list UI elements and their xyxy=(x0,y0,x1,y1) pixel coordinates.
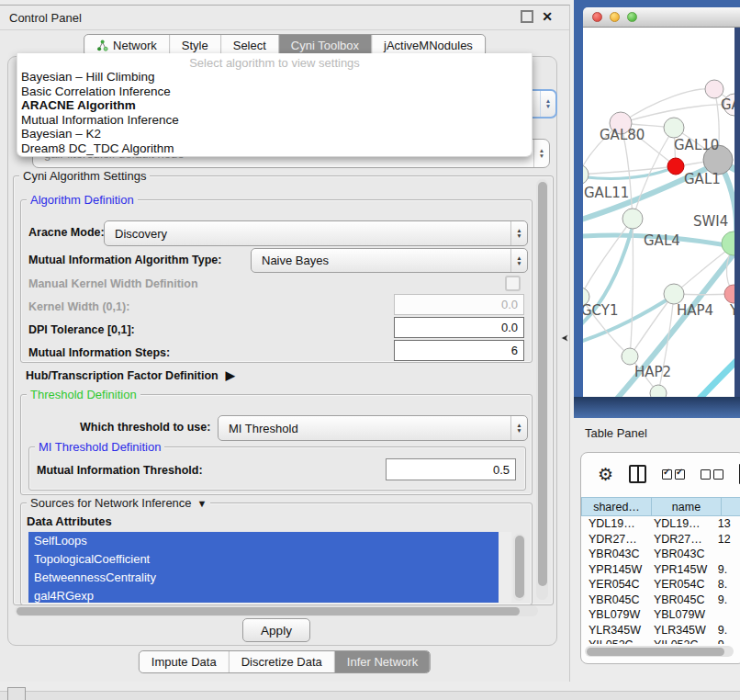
table-row[interactable]: YBR045CYBR045C9. xyxy=(581,593,740,608)
table-cell: YBR043C xyxy=(646,548,711,560)
minimize-window-icon[interactable] xyxy=(610,12,620,22)
settings-horizontal-scrollbar[interactable] xyxy=(15,605,538,616)
network-node-gal1[interactable] xyxy=(667,158,684,175)
mi-steps-value: 6 xyxy=(511,344,518,357)
table-body: YDL19…YDL19…13YDR27…YDR27…12YBR043CYBR04… xyxy=(581,516,740,644)
mi-steps-input[interactable]: 6 xyxy=(394,340,524,361)
table-cell: YLR345W xyxy=(581,624,646,637)
data-attributes-list[interactable]: SelfLoopsTopologicalCoefficientBetweenne… xyxy=(28,532,511,603)
mi-steps-label: Mutual Information Steps: xyxy=(28,346,170,359)
tab-discretize-data[interactable]: Discretize Data xyxy=(230,651,335,672)
hub-transcription-label: Hub/Transcription Factor Definition xyxy=(26,369,219,382)
algorithm-option-dream8-dc-tdc-algorithm[interactable]: Dream8 DC_TDC Algorithm xyxy=(17,141,532,156)
table-row[interactable]: YER054CYER054C8. xyxy=(581,577,740,593)
show-columns-icon[interactable] xyxy=(662,469,685,480)
which-threshold-combobox[interactable]: MI Threshold ▲▼ xyxy=(218,415,528,441)
scrollbar-thumb[interactable] xyxy=(17,607,520,615)
settings-vertical-scrollbar[interactable] xyxy=(536,179,548,600)
table-cell: 9. xyxy=(711,563,740,576)
combobox-stepper-icon: ▲▼ xyxy=(510,221,527,245)
table-row[interactable]: YPR145WYPR145W9. xyxy=(581,562,740,578)
control-panel-title: Control Panel xyxy=(0,11,82,25)
column-header-name[interactable]: name xyxy=(652,497,722,516)
control-panel-titlebar: Control Panel ✕ xyxy=(0,6,569,30)
network-node-y[interactable] xyxy=(724,285,734,303)
mi-algorithm-type-combobox[interactable]: Naive Bayes ▲▼ xyxy=(251,248,528,273)
table-row[interactable]: YIL052CYIL052C9 xyxy=(581,638,740,644)
apply-button[interactable]: Apply xyxy=(242,618,310,642)
mutual-information-threshold-input[interactable]: 0.5 xyxy=(386,458,516,480)
network-node-gal4[interactable] xyxy=(622,209,643,229)
network-node[interactable] xyxy=(650,385,667,397)
network-node-hap4[interactable] xyxy=(664,284,684,304)
network-view-canvas[interactable]: GALGAL80GAL10GAL1GAL11GAL4SWI4GCY1HAP4YH… xyxy=(583,28,734,397)
table-cell: YER054C xyxy=(581,578,646,591)
network-node-hap2[interactable] xyxy=(622,348,638,365)
manual-kernel-width-checkbox[interactable] xyxy=(505,276,521,291)
network-edge[interactable] xyxy=(583,219,633,297)
algorithm-dropdown-list: Bayesian – Hill ClimbingBasic Correlatio… xyxy=(17,70,532,156)
network-node-swi4[interactable] xyxy=(722,231,734,255)
scrollbar-thumb[interactable] xyxy=(515,536,524,598)
attribute-item-topologicalcoefficient[interactable]: TopologicalCoefficient xyxy=(28,550,499,569)
table-cell: YLR345W xyxy=(646,624,711,637)
column-header-col2[interactable] xyxy=(722,497,740,516)
table-cell: YBL079W xyxy=(646,608,711,621)
tab-impute-data[interactable]: Impute Data xyxy=(140,651,230,672)
close-window-icon[interactable] xyxy=(592,12,602,22)
attribute-item-gal4rgexp[interactable]: gal4RGexp xyxy=(28,587,499,603)
algorithm-option-bayesian-hill-climbing[interactable]: Bayesian – Hill Climbing xyxy=(17,70,532,85)
close-panel-icon[interactable]: ✕ xyxy=(542,10,553,23)
mi-algorithm-type-value: Naive Bayes xyxy=(252,249,510,272)
hide-columns-icon[interactable] xyxy=(701,469,723,480)
combobox-stepper-icon: ▲▼ xyxy=(510,416,527,440)
mouse-cursor xyxy=(560,333,571,344)
dpi-tolerance-input[interactable]: 0.0 xyxy=(394,317,524,338)
maximize-window-icon[interactable] xyxy=(627,12,637,22)
network-node[interactable] xyxy=(664,118,684,138)
scrollbar-thumb[interactable] xyxy=(538,182,547,586)
table-cell: YPR145W xyxy=(581,563,646,576)
algorithm-option-mutual-information-inference[interactable]: Mutual Information Inference xyxy=(17,113,532,128)
columns-icon[interactable] xyxy=(629,465,646,483)
table-row[interactable]: YBL079WYBL079W xyxy=(581,607,740,623)
table-panel-title: Table Panel xyxy=(585,426,647,440)
table-cell: YDL19… xyxy=(646,517,711,530)
table-row[interactable]: YDL19…YDL19…13 xyxy=(581,516,740,532)
attributes-list-scrollbar[interactable] xyxy=(513,534,525,601)
attribute-item-selfloops[interactable]: SelfLoops xyxy=(28,532,499,550)
collapse-arrow-icon[interactable]: ▼ xyxy=(197,498,207,509)
network-edge[interactable] xyxy=(611,250,734,397)
algorithm-option-aracne-algorithm[interactable]: ARACNE Algorithm xyxy=(17,98,532,113)
gear-icon[interactable]: ⚙ xyxy=(598,466,613,483)
scrollbar-thumb[interactable] xyxy=(587,648,724,656)
table-cell: YER054C xyxy=(646,578,711,591)
table-cell: 9 xyxy=(711,638,740,644)
float-window-icon[interactable] xyxy=(521,10,533,23)
network-node-gal11[interactable] xyxy=(583,164,589,185)
network-node-gal[interactable] xyxy=(705,80,723,98)
hub-transcription-section-toggle[interactable]: Hub/Transcription Factor Definition ▶ xyxy=(26,368,235,382)
table-row[interactable]: YLR345WYLR345W9. xyxy=(581,623,740,638)
column-header-shared-[interactable]: shared… xyxy=(581,497,652,516)
algorithm-option-basic-correlation-inference[interactable]: Basic Correlation Inference xyxy=(17,85,532,99)
table-horizontal-scrollbar[interactable] xyxy=(585,646,734,657)
network-window-titlebar[interactable] xyxy=(583,7,740,28)
network-edge[interactable] xyxy=(686,351,734,397)
aracne-mode-value: Discovery xyxy=(105,221,510,245)
tab-infer-network[interactable]: Infer Network xyxy=(335,651,430,672)
table-header-row: shared…name xyxy=(581,497,740,516)
node-label-gal4: GAL4 xyxy=(644,232,680,249)
kernel-width-input[interactable]: 0.0 xyxy=(394,294,524,315)
table-row[interactable]: YBR043CYBR043C xyxy=(581,547,740,562)
algorithm-option-bayesian-k2[interactable]: Bayesian – K2 xyxy=(17,127,532,141)
algorithm-definition-group: Algorithm Definition Aracne Mode: Discov… xyxy=(20,199,533,363)
aracne-mode-combobox[interactable]: Discovery ▲▼ xyxy=(104,220,528,246)
panel-grip-icon[interactable] xyxy=(7,687,26,700)
combobox-stepper-icon: ▲▼ xyxy=(540,91,555,117)
sources-title-text: Sources for Network Inference xyxy=(30,496,192,510)
tab-select-label: Select xyxy=(233,39,266,52)
table-row[interactable]: YDR27…YDR27…12 xyxy=(581,532,740,548)
attribute-item-betweennesscentrality[interactable]: BetweennessCentrality xyxy=(28,569,499,587)
node-label-hap2: HAP2 xyxy=(634,364,671,380)
